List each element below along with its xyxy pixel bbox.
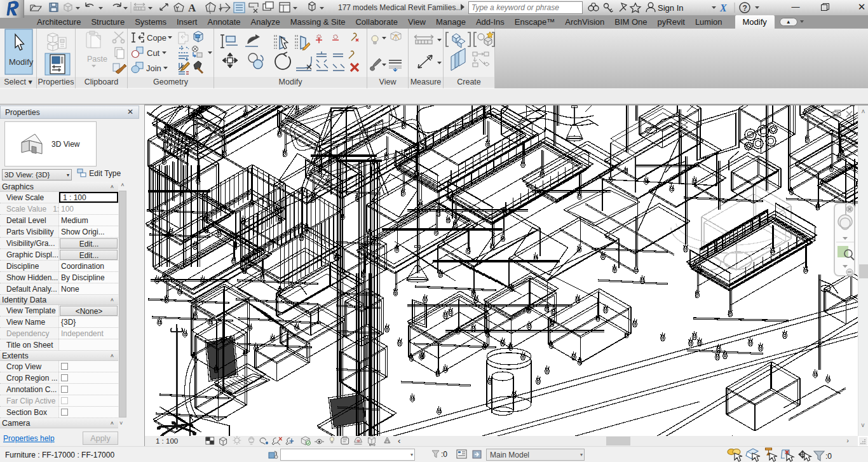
svg-text:?: ?: [743, 4, 747, 13]
svg-text:Modify: Modify: [9, 57, 34, 67]
svg-text:Sign In: Sign In: [658, 3, 683, 13]
svg-text::0: :0: [825, 452, 832, 461]
svg-text:Join: Join: [146, 64, 161, 73]
svg-text:Cut: Cut: [147, 48, 160, 58]
svg-text:Paste: Paste: [87, 55, 107, 64]
svg-text:A: A: [188, 2, 196, 14]
svg-text:Cope: Cope: [147, 33, 166, 43]
svg-text:X: X: [719, 3, 727, 13]
